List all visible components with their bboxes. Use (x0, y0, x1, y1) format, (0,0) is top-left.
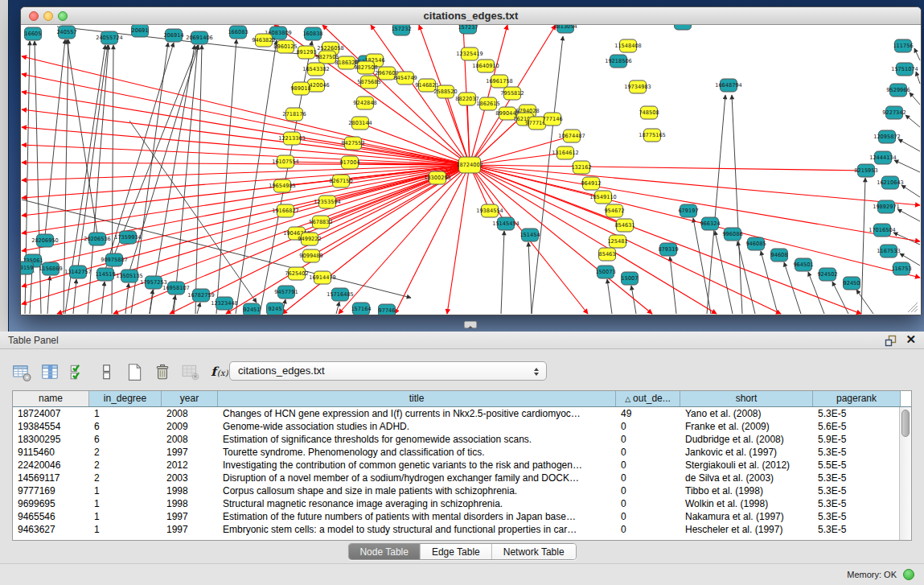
network-node[interactable]: 16961758 (486, 75, 513, 88)
table-cell[interactable]: 5.9E-5 (813, 433, 899, 446)
network-node[interactable]: 15751074 (891, 63, 918, 76)
network-node[interactable]: 11548408 (614, 39, 642, 52)
network-node[interactable]: 16648794 (715, 79, 742, 92)
table-cell[interactable]: 5.6E-5 (813, 420, 899, 433)
table-cell[interactable]: 1 (89, 407, 162, 420)
table-cell[interactable]: 14569117 (13, 472, 89, 484)
network-node[interactable]: 917004 (339, 156, 359, 169)
network-node[interactable]: 5875685 (357, 76, 380, 89)
network-node[interactable]: 19218506 (605, 55, 632, 68)
table-cell[interactable]: Tourette syndrome. Phenomenology and cla… (218, 446, 616, 459)
table-cell[interactable]: 0 (616, 523, 680, 536)
network-node[interactable]: 15145454 (492, 217, 519, 230)
network-node[interactable]: 20691406 (186, 31, 213, 44)
network-node[interactable]: 19384554 (476, 204, 503, 217)
network-node[interactable]: 15007 (622, 272, 639, 285)
network-node[interactable]: 8960125 (273, 40, 297, 53)
network-node[interactable]: 9499222 (298, 233, 321, 245)
network-node[interactable]: 10674487 (558, 130, 585, 142)
network-node[interactable]: 9227342 (882, 106, 906, 119)
table-cell[interactable]: 2003 (162, 472, 218, 484)
network-node[interactable]: 19734983 (624, 80, 651, 93)
column-header-name[interactable]: name (13, 391, 89, 406)
network-node[interactable]: 12323448 (211, 297, 238, 310)
table-cell[interactable]: Jankovic et al. (1997) (680, 446, 813, 459)
column-header-pagerank[interactable]: pagerank (813, 391, 901, 406)
column-header-in_degree[interactable]: in_degree (89, 391, 162, 406)
network-node[interactable]: 1156869 (39, 262, 62, 275)
table-cell[interactable]: 2009 (162, 420, 218, 433)
table-cell[interactable]: 1997 (162, 523, 218, 536)
table-cell[interactable]: de Silva et al. (2003) (680, 472, 813, 484)
delete-table-icon[interactable] (181, 362, 200, 381)
table-cell[interactable]: 19384554 (13, 420, 89, 433)
network-node[interactable]: 90975887 (101, 253, 128, 266)
table-cell[interactable]: Changes of HCN gene expression and I(f) … (218, 407, 616, 420)
network-node[interactable]: 7955812 (500, 87, 524, 100)
network-node[interactable]: 13164612 (552, 146, 579, 159)
table-cell[interactable]: Structural magnetic resonance image aver… (218, 497, 616, 510)
network-node[interactable]: 2803144 (348, 117, 372, 130)
selection-mode-icon[interactable] (68, 362, 88, 381)
network-node[interactable]: 9099489 (299, 249, 322, 262)
table-row[interactable]: 946554611997Estimation of the future num… (13, 510, 899, 523)
network-node[interactable]: 9242848 (353, 97, 376, 109)
network-node[interactable]: 111756 (893, 39, 913, 52)
network-node[interactable]: 151454 (519, 229, 540, 241)
table-cell[interactable]: 1 (89, 497, 162, 510)
network-node[interactable]: 39159 (21, 262, 34, 274)
network-node[interactable]: 150073 (595, 266, 615, 278)
table-cell[interactable]: 6 (89, 433, 162, 446)
network-node[interactable]: 17016504 (869, 224, 896, 237)
network-node[interactable]: 964912 (581, 177, 601, 190)
table-cell[interactable]: 1997 (162, 510, 218, 523)
table-cell[interactable]: Franke et al. (2009) (680, 420, 813, 433)
table-cell[interactable]: 5.3E-5 (813, 446, 899, 459)
network-node[interactable]: 16605 (25, 27, 42, 40)
network-node[interactable]: 13505135 (116, 270, 143, 282)
network-node[interactable]: 954672 (604, 204, 624, 217)
network-node[interactable]: 8813054 (553, 25, 577, 33)
table-cell[interactable]: 5.3E-5 (813, 497, 899, 510)
network-node[interactable]: 2718176 (282, 108, 306, 121)
table-cell[interactable]: Hescheler et al. (1997) (680, 523, 813, 536)
table-row[interactable]: 911546021997Tourette syndrome. Phenomeno… (13, 446, 899, 459)
tab-node-table[interactable]: Node Table (348, 544, 421, 559)
table-cell[interactable]: Stergiakouli et al. (2012) (680, 459, 813, 472)
network-node[interactable]: 13142757 (64, 266, 92, 278)
table-cell[interactable]: Nakamura et al. (1997) (680, 510, 813, 523)
table-cell[interactable]: 2 (89, 459, 162, 472)
scrollbar-thumb[interactable] (901, 410, 910, 437)
table-row[interactable]: 2242004622012Investigating the contribut… (13, 459, 899, 472)
column-header-year[interactable]: year (162, 391, 218, 406)
network-window-titlebar[interactable]: citations_edges.txt (21, 7, 921, 25)
table-cell[interactable]: 2008 (162, 407, 218, 420)
table-cell[interactable]: 5.3E-5 (813, 510, 899, 523)
network-node[interactable]: 125481 (607, 235, 627, 248)
network-node[interactable]: 19654985 (269, 179, 296, 192)
network-node[interactable]: 12325419 (456, 47, 483, 60)
table-cell[interactable]: 2 (89, 472, 162, 484)
function-builder-icon[interactable]: f(x) (209, 362, 228, 381)
network-node[interactable]: 16210643 (877, 176, 904, 189)
network-node[interactable]: 206914 (163, 29, 183, 42)
network-node[interactable]: 679197 (678, 204, 698, 217)
create-column-icon[interactable] (125, 362, 144, 381)
table-row[interactable]: 1872400712008Changes of HCN gene express… (13, 407, 899, 420)
table-cell[interactable]: 0 (616, 433, 680, 446)
network-node[interactable]: 116753 (891, 262, 911, 275)
network-node[interactable]: 160838 (302, 27, 322, 40)
network-node[interactable]: 16543382 (302, 63, 330, 76)
network-node[interactable]: 891293 (296, 46, 316, 59)
network-node[interactable]: 157237 (458, 25, 478, 34)
table-row[interactable]: 1938455462009Genome-wide association stu… (13, 420, 899, 433)
table-cell[interactable]: 9699695 (13, 497, 89, 510)
table-cell[interactable]: 5.3E-5 (813, 472, 899, 484)
table-cell[interactable]: 1 (89, 523, 162, 536)
table-cell[interactable]: 5.3E-5 (813, 484, 899, 497)
network-hub-node[interactable]: 18724007 (456, 157, 483, 173)
column-header-out_de[interactable]: △out_de... (616, 391, 680, 406)
memory-ok-icon[interactable] (903, 569, 914, 580)
network-node[interactable]: 946085 (745, 237, 766, 250)
table-cell[interactable]: 6 (89, 420, 162, 433)
